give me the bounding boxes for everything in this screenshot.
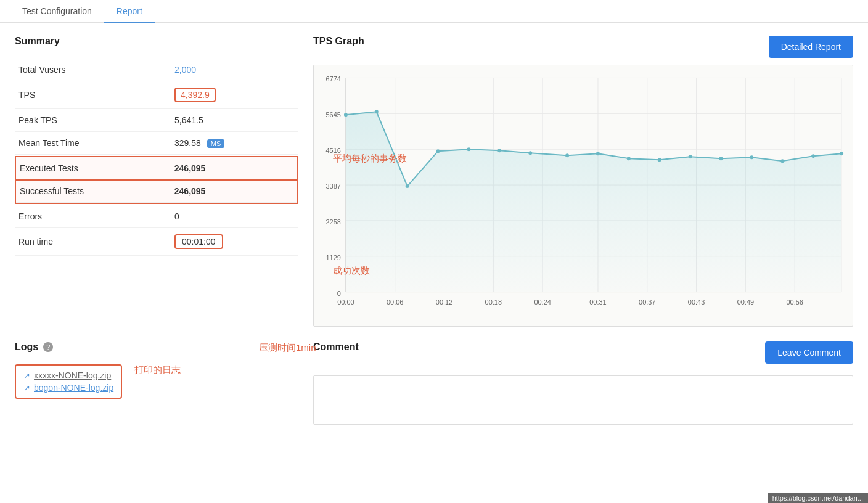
- svg-point-50: [811, 154, 815, 158]
- value-total-vusers: 2,000: [171, 59, 298, 81]
- svg-point-48: [750, 155, 753, 159]
- comment-panel: Comment Leave Comment: [313, 341, 853, 425]
- row-successful-tests: Successful Tests 246,095: [16, 180, 297, 203]
- svg-point-46: [689, 155, 692, 158]
- tab-test-configuration[interactable]: Test Configuration: [10, 0, 104, 23]
- svg-point-39: [467, 147, 470, 151]
- leave-comment-button[interactable]: Leave Comment: [765, 341, 853, 364]
- tps-chart-svg: 6774 5645 4516 3387 2258 1129 0: [319, 73, 848, 319]
- svg-point-36: [375, 110, 379, 113]
- svg-text:00:37: 00:37: [639, 298, 655, 306]
- label-successful-tests: Successful Tests: [16, 180, 171, 203]
- svg-point-38: [436, 149, 440, 153]
- svg-point-44: [627, 157, 631, 160]
- log-file-2[interactable]: ↗ bogon-NONE-log.zip: [23, 383, 113, 393]
- label-mean-test-time: Mean Test Time: [15, 132, 171, 155]
- tabs-bar: Test Configuration Report: [0, 0, 868, 23]
- exec-success-box: Executed Tests 246,095 Successful Tests …: [15, 156, 298, 204]
- svg-point-37: [406, 184, 409, 188]
- tps-header: TPS Graph Detailed Report: [313, 36, 853, 59]
- svg-text:2258: 2258: [326, 218, 341, 226]
- value-peak-tps: 5,641.5: [171, 109, 298, 132]
- row-executed-tests: Executed Tests 246,095: [16, 157, 297, 180]
- help-icon[interactable]: ?: [43, 342, 53, 352]
- log-file-1-name: xxxxx-NONE-log.zip: [34, 370, 111, 380]
- label-run-time: Run time: [15, 228, 171, 256]
- row-peak-tps: Peak TPS 5,641.5: [15, 109, 298, 132]
- log-file-2-name: bogon-NONE-log.zip: [34, 383, 113, 393]
- svg-text:00:31: 00:31: [589, 298, 606, 306]
- external-link-icon-2: ↗: [23, 383, 30, 393]
- svg-text:1129: 1129: [326, 254, 341, 261]
- label-errors: Errors: [15, 205, 171, 228]
- svg-text:5645: 5645: [326, 111, 341, 118]
- svg-point-49: [780, 159, 784, 163]
- svg-point-43: [596, 152, 600, 155]
- errors-runtime-table: Errors 0 Run time 00:01:00: [15, 205, 298, 256]
- external-link-icon-1: ↗: [23, 371, 30, 380]
- value-successful-tests: 246,095: [171, 180, 297, 203]
- svg-text:6774: 6774: [326, 75, 341, 83]
- label-total-vusers: Total Vusers: [15, 59, 171, 81]
- value-executed-tests: 246,095: [171, 157, 297, 180]
- summary-table: Total Vusers 2,000 TPS 4,392.9 Peak TPS …: [15, 59, 298, 155]
- logs-header: Logs ?: [15, 341, 298, 358]
- detailed-report-button[interactable]: Detailed Report: [769, 36, 853, 58]
- comment-title: Comment: [313, 341, 359, 353]
- annotation-log: 打印的日志: [134, 364, 181, 376]
- value-errors: 0: [171, 205, 298, 228]
- svg-text:00:06: 00:06: [387, 298, 403, 306]
- logs-title: Logs: [15, 341, 38, 353]
- svg-point-45: [658, 158, 661, 162]
- log-file-1[interactable]: ↗ xxxxx-NONE-log.zip: [23, 370, 113, 380]
- row-tps: TPS 4,392.9: [15, 81, 298, 109]
- comment-box[interactable]: [313, 375, 853, 425]
- log-files-box: ↗ xxxxx-NONE-log.zip ↗ bogon-NONE-log.zi…: [15, 364, 122, 399]
- svg-text:00:00: 00:00: [337, 298, 354, 306]
- svg-text:0: 0: [337, 290, 341, 297]
- svg-point-40: [497, 149, 501, 152]
- value-tps: 4,392.9: [171, 81, 298, 109]
- logs-panel: Logs ? ↗ xxxxx-NONE-log.zip ↗ bogon-NONE…: [15, 341, 298, 399]
- svg-text:00:49: 00:49: [737, 298, 754, 306]
- row-mean-test-time: Mean Test Time 329.58 MS: [15, 132, 298, 155]
- row-errors: Errors 0: [15, 205, 298, 228]
- svg-text:00:18: 00:18: [485, 298, 502, 306]
- summary-panel: Summary Total Vusers 2,000 TPS 4,392.9: [15, 36, 298, 256]
- tps-chart: 6774 5645 4516 3387 2258 1129 0: [313, 65, 853, 327]
- tps-panel: TPS Graph Detailed Report 6774 5645 4516…: [313, 36, 853, 327]
- tab-report[interactable]: Report: [104, 0, 155, 23]
- logs-row: ↗ xxxxx-NONE-log.zip ↗ bogon-NONE-log.zi…: [15, 364, 298, 399]
- svg-text:4516: 4516: [326, 147, 341, 154]
- value-run-time: 00:01:00: [171, 228, 298, 256]
- comment-header: Comment Leave Comment: [313, 341, 853, 369]
- value-mean-test-time: 329.58 MS: [171, 132, 298, 155]
- row-run-time: Run time 00:01:00: [15, 228, 298, 256]
- label-peak-tps: Peak TPS: [15, 109, 171, 132]
- svg-point-47: [719, 157, 723, 160]
- svg-point-51: [840, 152, 843, 155]
- svg-text:00:56: 00:56: [786, 298, 803, 306]
- tps-graph-title: TPS Graph: [313, 36, 364, 52]
- label-executed-tests: Executed Tests: [16, 157, 171, 180]
- svg-text:3387: 3387: [326, 182, 341, 190]
- label-tps: TPS: [15, 81, 171, 109]
- svg-point-42: [565, 153, 569, 157]
- svg-text:00:24: 00:24: [534, 298, 551, 306]
- ms-badge: MS: [207, 139, 225, 148]
- exec-success-table: Executed Tests 246,095 Successful Tests …: [16, 157, 297, 203]
- svg-text:00:43: 00:43: [688, 298, 705, 306]
- svg-point-35: [344, 113, 348, 117]
- row-total-vusers: Total Vusers 2,000: [15, 59, 298, 81]
- summary-title: Summary: [15, 36, 298, 52]
- svg-point-41: [528, 151, 532, 155]
- svg-text:00:12: 00:12: [436, 298, 452, 306]
- bottom-section: Logs ? ↗ xxxxx-NONE-log.zip ↗ bogon-NONE…: [15, 341, 853, 425]
